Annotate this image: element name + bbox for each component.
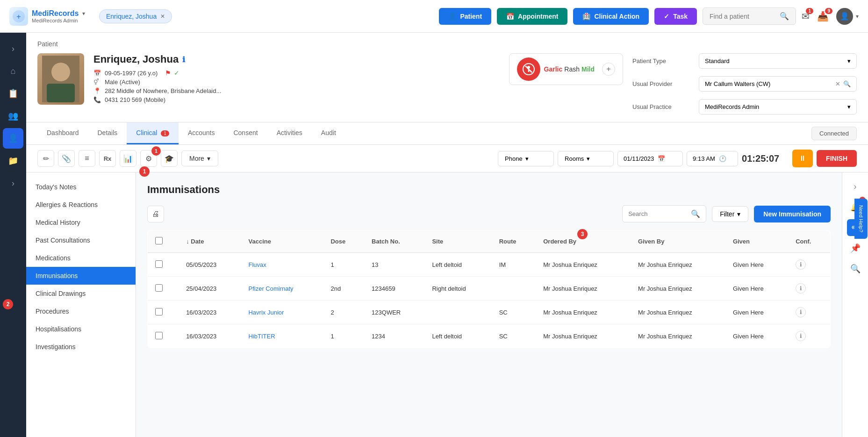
- logo-chevron-icon[interactable]: ▾: [82, 10, 85, 17]
- row-checkbox: [148, 277, 179, 301]
- table-search-input[interactable]: [628, 210, 687, 217]
- mail-button[interactable]: ✉ 1: [802, 11, 810, 22]
- nav-icons: ✉ 1 📥 9 👤 ▾: [802, 8, 859, 25]
- col-conf[interactable]: Conf.: [788, 230, 830, 253]
- col-given-by[interactable]: Given By: [631, 230, 725, 253]
- new-immunisation-button[interactable]: New Immunisation: [754, 206, 831, 222]
- nav-medications[interactable]: Medications: [26, 249, 136, 267]
- patient-button[interactable]: 👤 Patient: [439, 8, 491, 25]
- nav-medical-history[interactable]: Medical History: [26, 214, 136, 231]
- calendar-picker-icon[interactable]: 📅: [658, 155, 665, 162]
- task-button[interactable]: ✓ Task: [654, 8, 697, 25]
- row-vaccine[interactable]: HibTITER: [241, 324, 323, 348]
- edit-tool-button[interactable]: ✏: [37, 150, 54, 167]
- col-batch[interactable]: Batch No.: [364, 230, 424, 253]
- filter-button[interactable]: Filter ▾: [712, 206, 748, 222]
- find-patient-search[interactable]: 🔍: [703, 7, 796, 25]
- sidebar-item-expand[interactable]: ›: [3, 38, 23, 59]
- patient-type-label: Patient Type: [632, 57, 693, 64]
- col-site[interactable]: Site: [424, 230, 491, 253]
- patient-tab[interactable]: Enriquez, Joshua ✕: [99, 9, 172, 23]
- add-allergy-button[interactable]: +: [602, 63, 615, 76]
- row-vaccine[interactable]: Fluvax: [241, 253, 323, 277]
- tab-consent[interactable]: Consent: [224, 122, 267, 144]
- nav-investigations[interactable]: Investigations: [26, 338, 136, 356]
- col-date[interactable]: ↓ Date: [179, 230, 241, 253]
- row-vaccine[interactable]: Pfizer Comirnaty: [241, 277, 323, 301]
- nav-past-consultations[interactable]: Past Consultations: [26, 231, 136, 249]
- search-input[interactable]: [710, 13, 776, 20]
- conf-info-icon[interactable]: ℹ: [796, 259, 806, 270]
- row-vaccine[interactable]: Havrix Junior: [241, 301, 323, 324]
- svg-point-7: [527, 66, 530, 69]
- search-provider-icon[interactable]: 🔍: [843, 80, 851, 87]
- need-help-tab[interactable]: Need Help?: [854, 198, 868, 238]
- finish-button[interactable]: FINISH: [817, 150, 857, 167]
- conf-info-icon[interactable]: ℹ: [796, 331, 806, 341]
- tab-details[interactable]: Details: [88, 122, 127, 144]
- patient-info-icon[interactable]: ℹ: [182, 55, 185, 64]
- sidebar-item-documents[interactable]: 📁: [3, 150, 23, 171]
- tab-clinical[interactable]: Clinical 1: [127, 122, 179, 144]
- tab-audit[interactable]: Audit: [312, 122, 345, 144]
- sidebar-item-home[interactable]: ⌂: [3, 61, 23, 81]
- rx-tool-button[interactable]: Rx: [99, 150, 116, 167]
- nav-immunisations[interactable]: Immunisations: [26, 267, 136, 285]
- vaccine-link[interactable]: Havrix Junior: [248, 309, 284, 316]
- pause-button[interactable]: ⏸: [792, 150, 813, 167]
- sidebar-item-reports[interactable]: ›: [3, 173, 23, 193]
- time-picker[interactable]: 9:13 AM 🕐: [687, 151, 738, 166]
- print-button[interactable]: 🖨: [147, 206, 164, 222]
- phone-selector[interactable]: Phone ▾: [498, 151, 554, 166]
- nav-hospitalisations[interactable]: Hospitalisations: [26, 320, 136, 338]
- inbox-button[interactable]: 📥 9: [817, 11, 829, 22]
- chart-tool-button[interactable]: 📊: [120, 150, 136, 167]
- attach-tool-button[interactable]: 📎: [58, 150, 75, 167]
- usual-provider-select[interactable]: Mr Callum Walters (CW) ✕ 🔍: [699, 76, 857, 92]
- select-all-checkbox[interactable]: [155, 237, 163, 244]
- col-given[interactable]: Given: [725, 230, 788, 253]
- row-select-checkbox[interactable]: [155, 332, 163, 339]
- col-vaccine[interactable]: Vaccine: [241, 230, 323, 253]
- graduation-tool-button[interactable]: 🎓: [161, 150, 178, 167]
- rooms-selector[interactable]: Rooms ▾: [558, 151, 614, 166]
- row-select-checkbox[interactable]: [155, 308, 163, 315]
- row-select-checkbox[interactable]: [155, 284, 163, 292]
- network-icon: ⚙: [145, 154, 152, 163]
- col-route[interactable]: Route: [492, 230, 536, 253]
- patient-type-select[interactable]: Standard ▾: [699, 53, 857, 69]
- vaccine-link[interactable]: Fluvax: [248, 261, 266, 268]
- sidebar-item-patients[interactable]: 👥: [3, 106, 23, 126]
- user-avatar-area[interactable]: 👤 ▾: [836, 8, 859, 25]
- nav-clinical-drawings[interactable]: Clinical Drawings: [26, 285, 136, 302]
- tab-accounts[interactable]: Accounts: [179, 122, 224, 144]
- right-panel-search[interactable]: 🔍: [847, 260, 864, 277]
- tab-activities[interactable]: Activities: [267, 122, 312, 144]
- usual-practice-select[interactable]: MediRecords Admin ▾: [699, 99, 857, 115]
- flag-red-icon: ⚑: [165, 69, 171, 77]
- conf-info-icon[interactable]: ℹ: [796, 283, 806, 294]
- more-button[interactable]: More ▾: [181, 150, 218, 166]
- table-search[interactable]: 🔍: [622, 205, 706, 222]
- clinical-action-button[interactable]: 🏥 Clinical Action: [573, 8, 649, 25]
- row-site: [424, 301, 491, 324]
- patient-icon: 👤: [448, 13, 456, 20]
- nav-allergies[interactable]: Allergies & Reactions: [26, 196, 136, 214]
- nav-procedures[interactable]: Procedures: [26, 302, 136, 320]
- clear-provider-icon[interactable]: ✕: [835, 80, 840, 87]
- list-tool-button[interactable]: ≡: [79, 150, 95, 167]
- tab-dashboard[interactable]: Dashboard: [37, 122, 88, 144]
- col-dose[interactable]: Dose: [323, 230, 364, 253]
- date-picker[interactable]: 01/11/2023 📅: [617, 151, 683, 166]
- sidebar-item-clinical[interactable]: 👤: [3, 128, 23, 149]
- appointment-button[interactable]: 📅 Appointment: [497, 8, 567, 25]
- sidebar-item-calendar[interactable]: 📋: [3, 83, 23, 104]
- right-panel-pin[interactable]: 📌: [847, 240, 864, 257]
- right-panel-collapse[interactable]: ›: [847, 178, 864, 195]
- patient-tab-close-icon[interactable]: ✕: [160, 13, 165, 20]
- conf-info-icon[interactable]: ℹ: [796, 307, 806, 317]
- row-select-checkbox[interactable]: [155, 260, 163, 268]
- nav-todays-notes[interactable]: Today's Notes: [26, 178, 136, 196]
- vaccine-link[interactable]: HibTITER: [248, 333, 275, 340]
- vaccine-link[interactable]: Pfizer Comirnaty: [248, 285, 293, 292]
